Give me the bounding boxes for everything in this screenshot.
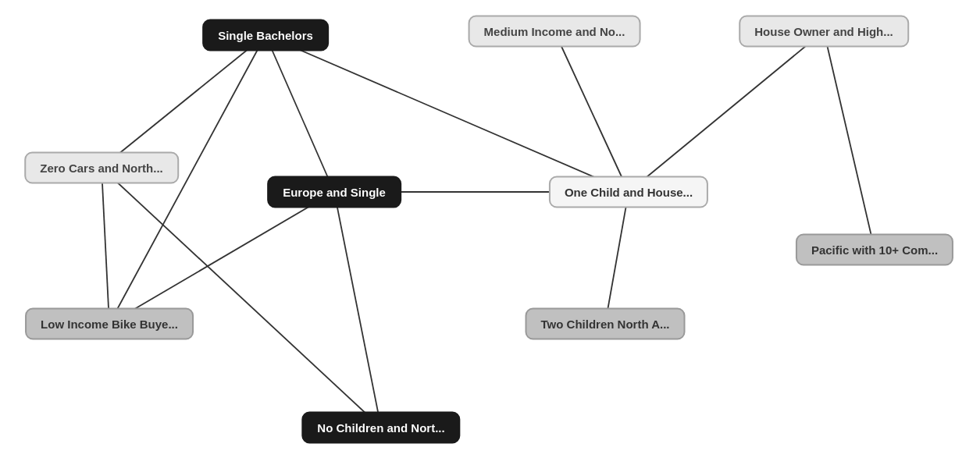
svg-line-7 (102, 168, 109, 324)
node-pacific-10plus[interactable]: Pacific with 10+ Com... (796, 234, 953, 266)
node-one-child-house[interactable]: One Child and House... (549, 176, 708, 208)
svg-line-10 (109, 192, 334, 324)
svg-line-2 (265, 35, 629, 192)
graph-container: Single BachelorsMedium Income and No...H… (0, 0, 980, 472)
svg-line-1 (265, 35, 334, 192)
node-zero-cars[interactable]: Zero Cars and North... (24, 152, 179, 184)
node-no-children-north[interactable]: No Children and Nort... (301, 412, 460, 444)
node-two-children-north[interactable]: Two Children North A... (526, 308, 686, 340)
svg-line-6 (824, 31, 875, 250)
node-medium-income[interactable]: Medium Income and No... (469, 16, 641, 48)
svg-line-5 (629, 31, 824, 192)
node-house-owner-high[interactable]: House Owner and High... (739, 16, 909, 48)
node-single-bachelors[interactable]: Single Bachelors (202, 20, 329, 51)
node-low-income-bike[interactable]: Low Income Bike Buye... (25, 308, 194, 340)
node-europe-single[interactable]: Europe and Single (267, 176, 401, 208)
svg-line-11 (334, 192, 381, 428)
svg-line-12 (605, 192, 629, 324)
svg-line-4 (554, 31, 629, 192)
svg-line-0 (102, 35, 265, 168)
